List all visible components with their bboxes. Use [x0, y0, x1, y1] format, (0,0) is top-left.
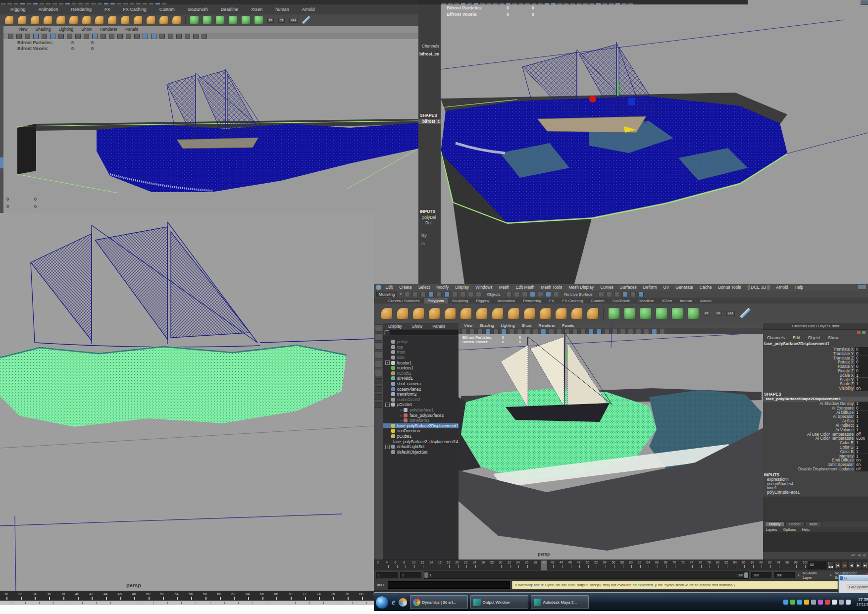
toolbar-icon[interactable]	[428, 292, 434, 297]
booleans-icon[interactable]	[656, 308, 667, 319]
attribute-value[interactable]: on	[855, 462, 868, 467]
toolbar-icon[interactable]	[468, 292, 473, 297]
shelf-tab-curves-surfaces[interactable]: Curves / Surfaces	[384, 298, 424, 304]
menu--dce-3d-[interactable]: || DCE 3D ||	[744, 284, 773, 290]
shelf-button-cp[interactable]: CP	[715, 311, 722, 316]
outliner-item-defaultObjectSet[interactable]: defaultObjectSet	[383, 449, 459, 455]
attribute-row-scale-x[interactable]: Scale X1	[763, 373, 868, 378]
shelf-tab-xgen[interactable]: XGen	[245, 6, 269, 13]
attribute-row-rotate-z[interactable]: Rotate Z0	[763, 369, 868, 373]
poly-pipe-icon[interactable]	[82, 16, 91, 24]
outliner-menu-display[interactable]: Display	[383, 323, 407, 329]
lasso-tool-icon[interactable]	[375, 333, 382, 341]
attribute-row-disable-displacement-updates[interactable]: Disable Displacement Updatesoff	[763, 467, 868, 471]
scale-tool-icon[interactable]	[375, 369, 382, 376]
toolbar-icon[interactable]	[522, 292, 527, 297]
channelbox-menu-edit[interactable]: Edit	[789, 335, 804, 341]
taskbar-button-autodesk-maya-2-[interactable]: Autodesk Maya 2...	[531, 595, 589, 609]
range-band[interactable]	[0, 601, 374, 605]
poly-soccer-icon[interactable]	[508, 308, 519, 319]
current-frame-marker[interactable]	[541, 561, 547, 570]
attribute-value[interactable]: 1	[855, 378, 868, 382]
clock-area[interactable]: 17:35 17/11/2	[857, 598, 868, 607]
attribute-row-ai-indirect[interactable]: Ai Indirect1	[763, 423, 868, 428]
poly-helix-icon[interactable]	[95, 16, 103, 24]
anim-layer-dropdown[interactable]: No Anim Layer	[803, 571, 827, 580]
display-tray-icon[interactable]	[811, 600, 816, 605]
viewport-d[interactable]: ViewShadingLightingShowRendererPanels Bi…	[459, 323, 763, 560]
menu-generate[interactable]: Generate	[672, 284, 696, 290]
attribute-row-ai-color-temperature[interactable]: Ai Color Temperature6500	[763, 436, 868, 441]
poly-cone-icon[interactable]	[429, 308, 440, 319]
shelf-tab-gozbrush[interactable]: GoZBrush	[609, 298, 634, 304]
input-node-polyExtrudeFace1[interactable]: polyExtrudeFace1	[763, 490, 868, 495]
attribute-row-emit-diffuse[interactable]: Emit Diffuseon	[763, 458, 868, 462]
green-app-tray-icon[interactable]	[790, 600, 795, 605]
poly-cylinder-icon[interactable]	[31, 16, 39, 24]
shelf-button-lra[interactable]: LRA	[726, 311, 735, 316]
attribute-row-translate-z[interactable]: Translate Z0	[763, 356, 868, 360]
mute-icon[interactable]: ◂✕	[851, 553, 856, 557]
outliner-item-face_polySurface2[interactable]: oface_polySurface2	[383, 412, 459, 418]
channelbox-menu-object[interactable]: Object	[804, 335, 824, 341]
shelf-button-ft[interactable]: FT	[704, 311, 710, 316]
attribute-value[interactable]: off	[855, 432, 868, 437]
shelf-tab-arnold[interactable]: Arnold	[696, 298, 715, 304]
outliner-item-persp[interactable]: persp	[383, 339, 459, 345]
attribute-value[interactable]: 1	[855, 423, 868, 428]
layout-button[interactable]	[375, 378, 382, 384]
menu-create[interactable]: Create	[396, 284, 415, 290]
attribute-value[interactable]: 0	[855, 360, 868, 364]
playback-button-3[interactable]: ◀	[848, 562, 855, 569]
outliner-item-oceanPlane2[interactable]: oceanPlane2	[383, 386, 459, 392]
red-app-tray-icon[interactable]	[825, 600, 830, 605]
outliner-item-face_polySurface2_displacement141[interactable]: face_polySurface2_displacement141	[383, 439, 459, 444]
shelf-tab-fx-caching[interactable]: FX Caching	[558, 298, 587, 304]
attribute-value[interactable]: 1	[855, 402, 868, 406]
poly-platonic-icon[interactable]	[524, 308, 535, 319]
channelbox-tab-header[interactable]: Channel Box / Layer Editor	[763, 323, 868, 330]
layout-button[interactable]	[375, 402, 382, 408]
speaker-icon[interactable]: ◂)	[863, 553, 866, 557]
attribute-value[interactable]: 1	[855, 445, 868, 450]
menu-mesh[interactable]: Mesh	[496, 284, 512, 290]
menu-help[interactable]: Help	[791, 284, 806, 290]
input-node-oceanShader4[interactable]: oceanShader4	[763, 482, 868, 486]
attribute-row-ai-sss[interactable]: Ai Sss1	[763, 419, 868, 423]
attribute-value[interactable]: 1	[855, 419, 868, 423]
booleans-icon[interactable]	[229, 16, 237, 24]
attribute-row-translate-y[interactable]: Translate Y0	[763, 352, 868, 356]
toolbar-icon[interactable]	[630, 292, 636, 297]
channelbox-menu-show[interactable]: Show	[824, 335, 842, 341]
select-tool-icon[interactable]	[375, 324, 382, 332]
layer-menu-help[interactable]: Help	[799, 527, 812, 532]
outliner-item-front[interactable]: front	[383, 350, 459, 355]
toolbar-icon[interactable]	[460, 292, 465, 297]
shelf-tab-animation[interactable]: Animation	[32, 6, 65, 13]
input-node-expression4[interactable]: expression4	[763, 477, 868, 482]
shelf-tab-deadline[interactable]: Deadline	[634, 298, 658, 304]
speaker-icon[interactable]: ◂)	[858, 553, 861, 557]
outliner-item-transform2[interactable]: transform2	[383, 392, 459, 397]
input-node[interactable]: Del	[425, 220, 431, 225]
poly-cube-icon[interactable]	[18, 16, 26, 24]
toolbar-icon[interactable]	[614, 292, 620, 297]
key-icon[interactable]	[857, 331, 861, 334]
layout-button[interactable]	[375, 386, 382, 392]
taskbar-button-dynamics-3d-art-[interactable]: Dynamics | 3d art...	[410, 595, 468, 609]
attribute-value[interactable]: 1	[855, 454, 868, 459]
poly-prism-icon[interactable]	[134, 16, 142, 24]
toolbar-icon[interactable]	[599, 292, 604, 297]
toolbar-icon[interactable]	[476, 292, 481, 297]
menu-mesh-display[interactable]: Mesh Display	[565, 284, 597, 290]
outliner-item-nucleus1[interactable]: nucleus1	[383, 365, 459, 371]
shelf-tab-custom[interactable]: Custom	[153, 6, 181, 13]
menu-edit-mesh[interactable]: Edit Mesh	[512, 284, 538, 290]
toolbar-icon[interactable]	[607, 292, 612, 297]
shelf-tab-rendering[interactable]: Rendering	[519, 298, 545, 304]
playback-button-1[interactable]: |◀	[834, 562, 841, 569]
attribute-value[interactable]: 0	[855, 352, 868, 356]
shelf-tab-polygons[interactable]: Polygons	[424, 298, 448, 304]
anim-start-field[interactable]: 1	[376, 572, 398, 578]
poly-torus-icon[interactable]	[56, 16, 65, 24]
